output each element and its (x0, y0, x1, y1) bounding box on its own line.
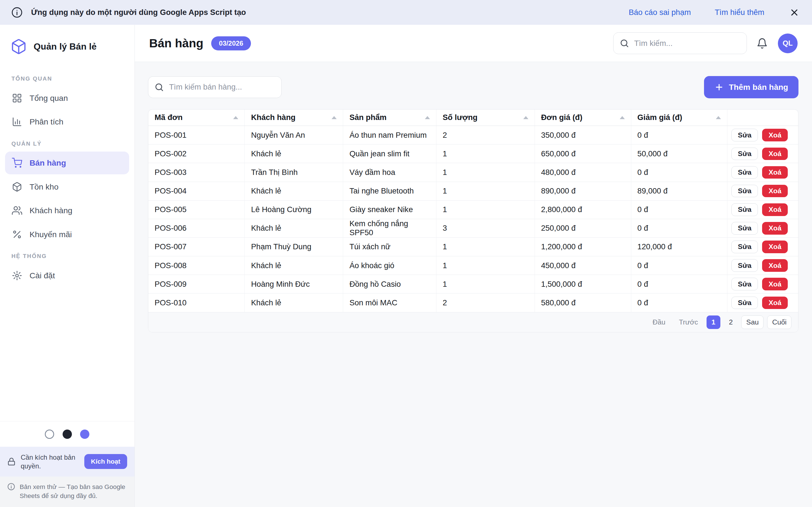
cell-order-id: POS-003 (148, 163, 245, 182)
cell-customer: Khách lẻ (245, 182, 343, 200)
theme-dot-light[interactable] (45, 430, 54, 439)
delete-button[interactable]: Xoá (762, 203, 788, 216)
pagination-first[interactable]: Đầu (648, 316, 670, 329)
delete-button[interactable]: Xoá (762, 148, 788, 160)
period-badge: 03/2026 (211, 36, 251, 50)
sort-asc-icon (620, 116, 625, 119)
edit-button[interactable]: Sửa (731, 203, 758, 216)
pagination-next[interactable]: Sau (741, 316, 763, 329)
sort-asc-icon (332, 116, 337, 119)
pagination-page-2[interactable]: 2 (724, 316, 738, 329)
sidebar-item-ban-hang[interactable]: Bán hàng (5, 152, 129, 174)
theme-dot-purple[interactable] (80, 430, 89, 439)
delete-button[interactable]: Xoá (762, 278, 788, 290)
cell-actions: Sửa Xoá (727, 275, 799, 293)
cell-customer: Khách lẻ (245, 256, 343, 275)
cell-discount: 0 đ (631, 219, 727, 237)
theme-dot-dark[interactable] (63, 430, 72, 439)
sidebar-item-tong-quan[interactable]: Tổng quan (5, 87, 129, 110)
add-sale-button[interactable]: Thêm bán hàng (704, 76, 799, 98)
sidebar-item-ton-kho[interactable]: Tồn kho (5, 175, 129, 198)
avatar[interactable]: QL (778, 34, 798, 53)
cell-order-id: POS-010 (148, 293, 245, 312)
column-header-discount[interactable]: Giảm giá (đ) (631, 110, 727, 126)
cell-qty: 2 (436, 126, 535, 145)
activate-button[interactable]: Kích hoạt (84, 454, 127, 469)
theme-switcher (0, 421, 135, 447)
sales-search-input[interactable] (169, 82, 275, 92)
cell-actions: Sửa Xoá (727, 182, 799, 200)
cell-qty: 1 (436, 145, 535, 163)
report-abuse-link[interactable]: Báo cáo sai phạm (629, 8, 691, 17)
cell-customer: Khách lẻ (245, 219, 343, 237)
edit-button[interactable]: Sửa (731, 297, 758, 309)
app-logo-row: Quản lý Bán lẻ (0, 25, 135, 68)
sidebar-item-phan-tich[interactable]: Phân tích (5, 110, 129, 133)
cell-price: 1,200,000 đ (535, 237, 631, 256)
sidebar-item-cai-dat[interactable]: Cài đặt (5, 264, 129, 287)
learn-more-link[interactable]: Tìm hiểu thêm (715, 8, 764, 17)
edit-button[interactable]: Sửa (731, 185, 758, 198)
edit-button[interactable]: Sửa (731, 240, 758, 253)
cell-order-id: POS-008 (148, 256, 245, 275)
cell-qty: 1 (436, 182, 535, 200)
cell-customer: Hoàng Minh Đức (245, 275, 343, 293)
banner-text: Ứng dụng này do một người dùng Google Ap… (31, 8, 246, 17)
license-text: Cần kích hoạt bản quyền. (20, 453, 79, 470)
column-header-order-id[interactable]: Mã đơn (148, 110, 245, 126)
column-header-actions (727, 110, 799, 126)
column-header-customer[interactable]: Khách hàng (245, 110, 343, 126)
sidebar-item-khach-hang[interactable]: Khách hàng (5, 199, 129, 222)
delete-button[interactable]: Xoá (762, 297, 788, 309)
delete-button[interactable]: Xoá (762, 166, 788, 179)
gear-icon (12, 270, 22, 281)
delete-button[interactable]: Xoá (762, 185, 788, 198)
cell-product: Tai nghe Bluetooth (343, 182, 437, 200)
column-header-product[interactable]: Sản phẩm (343, 110, 437, 126)
cell-price: 250,000 đ (535, 219, 631, 237)
table-row: POS-007 Phạm Thuỳ Dung Túi xách nữ 1 1,2… (148, 237, 798, 256)
bell-icon[interactable] (756, 37, 769, 50)
edit-button[interactable]: Sửa (731, 278, 758, 290)
pagination-prev[interactable]: Trước (674, 316, 703, 329)
delete-button[interactable]: Xoá (762, 240, 788, 253)
close-icon[interactable] (788, 6, 801, 18)
sidebar-item-label: Tổng quan (30, 94, 68, 103)
cell-actions: Sửa Xoá (727, 219, 799, 237)
cell-discount: 120,000 đ (631, 237, 727, 256)
add-sale-label: Thêm bán hàng (729, 82, 788, 92)
cell-product: Quần jean slim fit (343, 145, 437, 163)
users-icon (12, 205, 22, 216)
column-header-price[interactable]: Đơn giá (đ) (535, 110, 631, 126)
sidebar-item-label: Bán hàng (30, 158, 66, 168)
global-search-input[interactable] (634, 39, 740, 48)
sidebar-item-label: Cài đặt (30, 271, 55, 280)
grid-icon (12, 93, 22, 103)
edit-button[interactable]: Sửa (731, 129, 758, 142)
delete-button[interactable]: Xoá (762, 222, 788, 235)
cell-actions: Sửa Xoá (727, 200, 799, 219)
table-header-row: Mã đơn Khách hàng Sản phẩm Số lượng Đơn … (148, 110, 798, 126)
edit-button[interactable]: Sửa (731, 148, 758, 160)
cell-discount: 0 đ (631, 256, 727, 275)
sidebar: Quản lý Bán lẻ TỔNG QUAN Tổng quan Phân … (0, 25, 135, 507)
cart-icon (12, 158, 22, 168)
column-header-qty[interactable]: Số lượng (436, 110, 535, 126)
table-row: POS-002 Khách lẻ Quần jean slim fit 1 65… (148, 145, 798, 163)
sidebar-item-khuyen-mai[interactable]: Khuyến mãi (5, 223, 129, 246)
pagination-last[interactable]: Cuối (767, 316, 792, 329)
cell-discount: 0 đ (631, 200, 727, 219)
cell-price: 350,000 đ (535, 126, 631, 145)
edit-button[interactable]: Sửa (731, 166, 758, 179)
cell-price: 2,800,000 đ (535, 200, 631, 219)
sidebar-item-label: Tồn kho (30, 182, 59, 191)
bar-chart-icon (12, 117, 22, 127)
edit-button[interactable]: Sửa (731, 222, 758, 235)
edit-button[interactable]: Sửa (731, 259, 758, 272)
info-icon (7, 483, 15, 491)
cell-discount: 0 đ (631, 275, 727, 293)
delete-button[interactable]: Xoá (762, 129, 788, 142)
delete-button[interactable]: Xoá (762, 259, 788, 272)
pagination-page-1[interactable]: 1 (707, 316, 720, 329)
cell-customer: Phạm Thuỳ Dung (245, 237, 343, 256)
